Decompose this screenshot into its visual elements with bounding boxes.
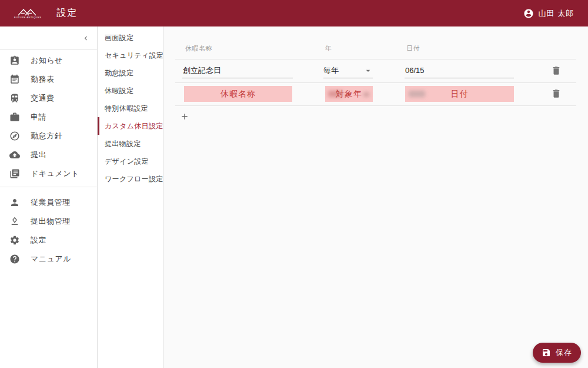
settings-submenu: 画面設定 セキュリティ設定 勤怠設定 休暇設定 特別休暇設定 カスタム休日設定 … (98, 26, 163, 368)
sidebar-item-employee-management[interactable]: 従業員管理 (0, 193, 97, 212)
redacted-smudge (363, 92, 369, 97)
app-body: お知らせ 勤務表 交通費 (0, 26, 588, 368)
page-title: 設定 (57, 7, 78, 19)
help-icon (9, 253, 21, 265)
sidebar-item-label: ドキュメント (31, 168, 79, 179)
sidebar-item-label: 交通費 (31, 93, 55, 104)
cloud-upload-icon (9, 149, 21, 161)
add-row-button[interactable] (179, 111, 190, 122)
year-select-value: 毎年 (323, 65, 363, 76)
annotated-holiday-name-field[interactable]: 休暇名称 (184, 86, 292, 102)
settings-menu-item-design[interactable]: デザイン設定 (98, 152, 163, 170)
settings-menu-item-security[interactable]: セキュリティ設定 (98, 47, 163, 64)
delete-row-button[interactable] (549, 64, 563, 78)
train-icon (9, 92, 21, 104)
column-header-year: 年 (325, 44, 332, 53)
sidebar-item-label: 提出物管理 (31, 216, 71, 227)
brand-name: FUTURE ANTIQUES (14, 16, 42, 19)
sidebar-item-submission-management[interactable]: 提出物管理 (0, 212, 97, 231)
settings-menu-item-vacation[interactable]: 休暇設定 (98, 82, 163, 100)
sidebar-item-label: 提出 (31, 150, 46, 160)
settings-menu-item-special-vacation[interactable]: 特別休暇設定 (98, 100, 163, 117)
sidebar-item-documents[interactable]: ドキュメント (0, 164, 97, 183)
redacted-smudge (409, 91, 425, 97)
holiday-date-input[interactable] (405, 63, 514, 78)
user-menu[interactable]: 山田 太郎 (523, 8, 574, 19)
documents-icon (9, 168, 21, 180)
app-window: FUTURE ANTIQUES 設定 山田 太郎 お知らせ (0, 0, 588, 368)
brand-logo: FUTURE ANTIQUES (14, 8, 42, 19)
sidebar-item-submit[interactable]: 提出 (0, 145, 97, 164)
person-icon (9, 197, 21, 208)
save-button[interactable]: 保存 (533, 343, 581, 363)
sidebar-item-label: お知らせ (31, 55, 63, 66)
app-header: FUTURE ANTIQUES 設定 山田 太郎 (0, 0, 588, 26)
sidebar-item-settings[interactable]: 設定 (0, 231, 97, 250)
approval-icon (9, 216, 21, 227)
sidebar-item-label: 勤怠方針 (31, 131, 62, 141)
sidebar-item-label: 従業員管理 (31, 197, 71, 208)
briefcase-icon (9, 111, 21, 123)
save-button-label: 保存 (556, 347, 572, 358)
dropdown-arrow-icon (363, 66, 373, 75)
compass-icon (9, 130, 21, 142)
settings-menu-item-attendance[interactable]: 勤怠設定 (98, 64, 163, 82)
sidebar-item-label: マニュアル (31, 254, 71, 264)
settings-menu-item-screen[interactable]: 画面設定 (98, 29, 163, 47)
column-header-date: 日付 (406, 44, 420, 53)
gear-icon (9, 234, 21, 246)
sidebar-collapse-row (0, 26, 97, 50)
table-header-divider (175, 59, 576, 59)
settings-menu-item-workflow[interactable]: ワークフロー設定 (98, 170, 163, 188)
redacted-smudge (328, 91, 342, 97)
row-divider (175, 105, 576, 106)
annotated-date-field[interactable]: 日付 (405, 86, 514, 102)
sidebar-item-manual[interactable]: マニュアル (0, 250, 97, 268)
chevron-left-icon[interactable] (82, 34, 90, 42)
user-name: 山田 太郎 (538, 8, 574, 19)
column-header-holiday-name: 休暇名称 (185, 44, 212, 53)
sidebar-item-work-schedule[interactable]: 勤務表 (0, 70, 97, 89)
row-divider (175, 82, 576, 83)
sidebar-item-attendance-policy[interactable]: 勤怠方針 (0, 127, 97, 145)
sidebar-item-label: 申請 (31, 112, 46, 122)
settings-menu-list: 画面設定 セキュリティ設定 勤怠設定 休暇設定 特別休暇設定 カスタム休日設定 … (98, 29, 163, 188)
annotation-label: 休暇名称 (220, 89, 256, 100)
annotated-year-field[interactable]: 対象年 (325, 86, 373, 102)
sidebar-divider (0, 187, 97, 187)
settings-menu-item-custom-holiday[interactable]: カスタム休日設定 (98, 117, 163, 135)
annotation-label: 日付 (451, 89, 469, 100)
custom-holiday-settings-panel: 休暇名称 年 日付 毎年 休暇名称 対象年 (163, 26, 588, 368)
sidebar-item-transport-expense[interactable]: 交通費 (0, 89, 97, 108)
year-select[interactable]: 毎年 (323, 63, 373, 78)
calendar-icon (9, 74, 21, 85)
delete-row-button[interactable] (549, 87, 563, 101)
holiday-name-input[interactable] (182, 63, 293, 78)
primary-nav-list: お知らせ 勤務表 交通費 (0, 50, 97, 183)
sidebar-item-notices[interactable]: お知らせ (0, 51, 97, 70)
clipboard-person-icon (9, 55, 21, 67)
sidebar-item-label: 設定 (31, 235, 46, 246)
mountains-logo-icon (17, 8, 38, 16)
settings-menu-item-submissions[interactable]: 提出物設定 (98, 135, 163, 152)
primary-sidebar: お知らせ 勤務表 交通費 (0, 26, 98, 368)
sidebar-item-application[interactable]: 申請 (0, 108, 97, 127)
sidebar-item-label: 勤務表 (31, 74, 55, 85)
secondary-nav-list: 従業員管理 提出物管理 設定 (0, 192, 97, 268)
save-icon (542, 348, 551, 357)
account-circle-icon (523, 8, 534, 19)
